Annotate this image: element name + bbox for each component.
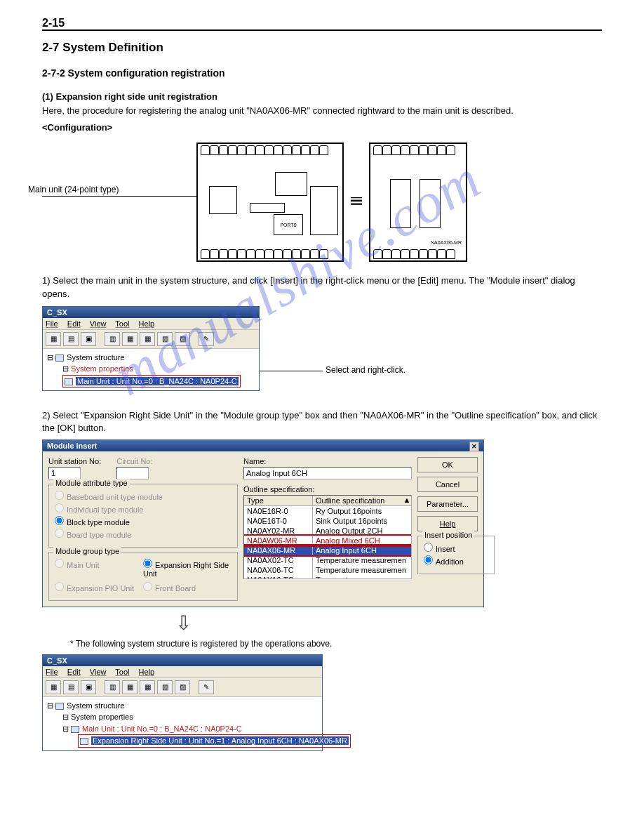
menu-view[interactable]: View — [90, 319, 107, 328]
menu-edit[interactable]: Edit — [67, 319, 81, 328]
toolbar-btn[interactable]: ▥ — [105, 332, 120, 346]
toolbar-btn[interactable]: ✎ — [199, 332, 214, 346]
toolbar-btn[interactable]: ▨ — [175, 332, 190, 346]
menu-tool[interactable]: Tool — [115, 319, 129, 328]
plc-main-unit: PORT0 — [196, 143, 344, 262]
lv-row[interactable]: NA0AX06-TCTemperature measuremen — [244, 565, 411, 575]
pos-addition[interactable]: Addition — [424, 555, 488, 566]
toolbar-btn[interactable]: ▦ — [46, 332, 61, 346]
menu-help[interactable]: Help — [139, 319, 155, 328]
toolbar-btn[interactable]: ▦ — [140, 332, 155, 346]
station-label: Unit station No: — [48, 457, 101, 465]
step1-text: 1) Select the main unit in the system st… — [42, 274, 602, 300]
toolbar-btn[interactable]: ▦ — [46, 680, 61, 694]
module-insert-dialog: Module insert ✕ Unit station No: Circuit… — [42, 439, 484, 607]
circuit-label: Circuit No: — [116, 457, 152, 465]
intro-text: Here, the procedure for registering the … — [42, 105, 602, 117]
tree-expansion-unit[interactable]: Expansion Right Side Unit : Unit No.=1 :… — [91, 736, 349, 745]
toolbar-btn[interactable]: ▨ — [175, 680, 190, 694]
toolbar-btn[interactable]: ✎ — [199, 680, 214, 694]
outline-listview[interactable]: Type Outline specification ▲ NA0E16R-0Ry… — [243, 495, 412, 579]
toolbar-btn[interactable]: ▤ — [63, 680, 79, 694]
down-arrow-icon: ⇩ — [175, 611, 602, 635]
attr-legend: Module attribute type — [53, 479, 130, 487]
win1-title: C_SX — [43, 307, 259, 318]
toolbar-btn[interactable]: ▣ — [81, 332, 96, 346]
help-button[interactable]: Help — [417, 516, 478, 531]
toolbar-btn[interactable]: ▧ — [157, 680, 173, 694]
tree-system-properties[interactable]: System properties — [71, 364, 133, 373]
toolbar-btn[interactable]: ▦ — [122, 332, 137, 346]
attr-block[interactable]: Block type module — [55, 516, 232, 527]
header-rule — [42, 29, 602, 31]
tree-panel[interactable]: ⊟ System structure ⊟ System properties M… — [43, 349, 259, 391]
lv-row[interactable]: NA0AY02-MRAnalog Output 2CH — [244, 526, 411, 536]
win1-menu[interactable]: File Edit View Tool Help — [43, 318, 259, 330]
lv-sort-icon[interactable]: ▲ — [403, 496, 411, 505]
win2-menu[interactable]: File Edit View Tool Help — [43, 666, 322, 678]
lv-head-spec[interactable]: Outline specification — [313, 496, 403, 505]
dialog-title: Module insert ✕ — [43, 440, 483, 451]
menu-file[interactable]: File — [46, 668, 58, 676]
outline-label: Outline specification: — [243, 485, 412, 494]
attr-baseboard: Baseboard unit type module — [55, 491, 232, 501]
tree-panel-2[interactable]: ⊟ System structure ⊟ System properties ⊟… — [43, 697, 322, 750]
insert-legend: Insert position — [422, 531, 474, 539]
tree-root[interactable]: System structure — [67, 353, 125, 362]
module-group-fieldset: Module group type Main Unit Expansion Ri… — [48, 552, 238, 601]
main-unit-callout: Main unit (24-point type) — [28, 185, 140, 194]
lv-row[interactable]: NA0AX02-TCTemperature measuremen — [244, 555, 411, 565]
win1-toolbar[interactable]: ▦ ▤ ▣ ▥ ▦ ▦ ▧ ▨ ✎ — [43, 330, 259, 349]
config-label: <Configuration> — [42, 121, 602, 134]
attr-individual: Individual type module — [55, 503, 232, 514]
pos-insert[interactable]: Insert — [424, 543, 488, 553]
tree-window-2: C_SX File Edit View Tool Help ▦ ▤ ▣ ▥ ▦ … — [42, 654, 323, 751]
menu-view[interactable]: View — [90, 668, 107, 676]
toolbar-btn[interactable]: ▣ — [81, 680, 96, 694]
attr-board: Board type module — [55, 529, 232, 539]
page-number: 2-15 — [42, 17, 65, 29]
ok-button[interactable]: OK — [417, 457, 478, 472]
group-main: Main Unit — [55, 559, 143, 578]
menu-edit[interactable]: Edit — [67, 668, 81, 676]
parameter-button[interactable]: Parameter... — [417, 496, 478, 512]
subhead-1: 2-7-2 System configuration registration — [42, 67, 602, 79]
toolbar-btn[interactable]: ▥ — [105, 680, 120, 694]
result-note: * The following system structure is regi… — [70, 639, 602, 649]
name-label: Name: — [243, 457, 412, 465]
tree-root[interactable]: System structure — [67, 701, 125, 710]
section-title: 2-7 System Definition — [42, 41, 602, 55]
lv-row[interactable]: NA0AX16-TCTemperature measuremen — [244, 575, 411, 579]
name-input[interactable] — [243, 467, 412, 479]
menu-tool[interactable]: Tool — [115, 668, 129, 676]
ext-model-label: NA0AX06-MR — [431, 240, 462, 245]
group-right-side[interactable]: Expansion Right Side Unit — [143, 559, 232, 578]
tree-main-unit[interactable]: Main Unit : Unit No.=0 : B_NA24C : NA0P2… — [82, 724, 242, 733]
subhead-2: (1) Expansion right side unit registrati… — [42, 91, 602, 102]
lv-row-selected[interactable]: NA0AX06-MRAnalog Input 6CH — [244, 545, 411, 555]
close-icon[interactable]: ✕ — [469, 442, 479, 451]
station-input[interactable] — [48, 467, 81, 479]
lv-head-type[interactable]: Type — [244, 496, 313, 505]
group-front: Front Board — [143, 582, 232, 593]
tree-system-properties[interactable]: System properties — [71, 713, 133, 721]
toolbar-btn[interactable]: ▦ — [122, 680, 137, 694]
toolbar-btn[interactable]: ▤ — [63, 332, 79, 346]
group-pio: Expansion PIO Unit — [55, 582, 143, 593]
step1-callout: Select and right-click. — [326, 365, 405, 375]
win2-title: C_SX — [43, 655, 322, 666]
toolbar-btn[interactable]: ▧ — [157, 332, 173, 346]
lv-row[interactable]: NA0E16T-0Sink Output 16points — [244, 516, 411, 526]
lv-row[interactable]: NA0AW06-MRAnalog Mixed 6CH — [244, 536, 411, 545]
menu-help[interactable]: Help — [139, 668, 155, 676]
toolbar-btn[interactable]: ▦ — [140, 680, 155, 694]
win2-toolbar[interactable]: ▦ ▤ ▣ ▥ ▦ ▦ ▧ ▨ ✎ — [43, 678, 322, 697]
menu-file[interactable]: File — [46, 319, 58, 328]
group-legend: Module group type — [53, 547, 121, 555]
cancel-button[interactable]: Cancel — [417, 477, 478, 492]
circuit-input — [116, 467, 149, 479]
module-attr-fieldset: Module attribute type Baseboard unit typ… — [48, 484, 238, 548]
tree-main-unit[interactable]: Main Unit : Unit No.=0 : B_NA24C : NA0P2… — [76, 377, 239, 385]
tree-window-1: C_SX File Edit View Tool Help ▦ ▤ ▣ ▥ ▦ … — [42, 306, 260, 392]
lv-row[interactable]: NA0E16R-0Ry Output 16points — [244, 506, 411, 516]
